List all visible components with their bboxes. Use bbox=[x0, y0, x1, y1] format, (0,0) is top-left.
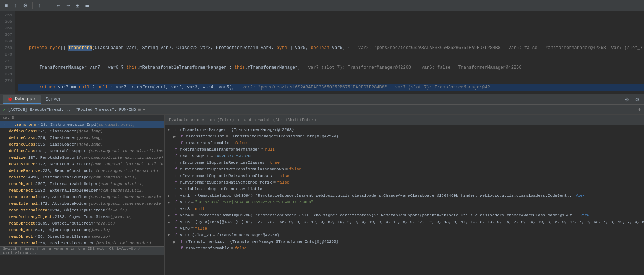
stack-frame-13[interactable]: readExternalData :2234, ObjectInputStrea… bbox=[0, 207, 164, 214]
var-mTransformerManager[interactable]: ▼ f mTransformerManager = {TransformerMa… bbox=[165, 127, 644, 133]
line-num-270: 270 bbox=[0, 51, 12, 58]
var-mEnvNativePrefix[interactable]: f mEnvironmentSupportsNativeMethodPrefix… bbox=[165, 179, 644, 186]
move-left-button[interactable]: ← bbox=[55, 1, 63, 10]
frame-package-0: (sun.instrument) bbox=[96, 123, 135, 127]
stack-frame-3[interactable]: defineClass :635, ClassLoader (java.lang… bbox=[0, 141, 164, 148]
tab-debugger[interactable]: 🐞 Debugger bbox=[3, 95, 41, 104]
frame-method-15: readObject0 bbox=[9, 221, 35, 226]
frame-method-3: defineClass bbox=[9, 142, 35, 147]
expand-icon-11[interactable]: ▶ bbox=[168, 200, 172, 205]
frame-method-7: defineResolve bbox=[9, 169, 40, 173]
stack-frame-2[interactable]: defineClass :756, ClassLoader (java.lang… bbox=[0, 135, 164, 141]
var-val-17: {TransformerManager$TransformerInfo[0]@4… bbox=[230, 240, 338, 244]
move-down-button[interactable]: ↓ bbox=[45, 1, 53, 10]
frame-method-6: newInstance bbox=[9, 162, 35, 166]
eval-placeholder: Evaluate expression (Enter) or add a wat… bbox=[169, 118, 317, 122]
tab-server[interactable]: Server bbox=[41, 95, 66, 104]
var-var7-mIsRetransformable[interactable]: f mIsRetransformable = false bbox=[165, 245, 644, 252]
var-mNativeAgent[interactable]: f mNativeAgent = 140203771592320 bbox=[165, 153, 644, 159]
stack-frame-14[interactable]: readOrdinaryObject :2183, ObjectInputStr… bbox=[0, 214, 164, 220]
expand-icon-1[interactable]: ▶ bbox=[173, 134, 178, 139]
code-line-266: TransformerManager var7 = var6 ? this.mR… bbox=[18, 64, 644, 71]
stack-frame-18[interactable]: readExternal :56, BasicServiceContext (w… bbox=[0, 240, 164, 246]
field-icon-8: f bbox=[173, 181, 179, 185]
field-icon-0: f bbox=[173, 128, 179, 132]
move-up-button[interactable]: ↑ bbox=[35, 1, 44, 10]
stack-frame-15[interactable]: readObject0 :1665, ObjectInputStream (ja… bbox=[0, 220, 164, 227]
var-mIsRetransformable[interactable]: f mIsRetransformable = false bbox=[165, 140, 644, 146]
thread-dropdown-icon[interactable]: ▼ bbox=[143, 108, 145, 112]
var-name-5: mEnvironmentSupportsRedefineClasses bbox=[180, 161, 265, 165]
stack-frame-17[interactable]: readObject :459, ObjectInputStream (java… bbox=[0, 233, 164, 240]
line-num-271: 271 bbox=[0, 58, 12, 64]
thread-bar: ✓ [ACTIVE] ExecuteThread: ... "Pooled Th… bbox=[0, 105, 644, 115]
var-var2[interactable]: ▶ f var2 = "pers/neo/test6$2ABAFAE336502… bbox=[165, 199, 644, 206]
up-button[interactable]: ↑ bbox=[12, 1, 20, 10]
settings-button[interactable]: ⚙ bbox=[21, 1, 29, 10]
expand-icon-10[interactable]: ▶ bbox=[168, 193, 172, 198]
var-val-2: false bbox=[235, 141, 247, 145]
var-name-4: mNativeAgent bbox=[180, 154, 209, 158]
stack-frame-1[interactable]: defineClass1 :-1, ClassLoader (java.lang… bbox=[0, 128, 164, 135]
line-num-267: 267 bbox=[0, 31, 12, 38]
stack-frame-5[interactable]: realize :137, RemotableSupport (com.tang… bbox=[0, 154, 164, 161]
frame-package-11: (com.tangosol.coherence.servle... bbox=[89, 195, 165, 199]
stack-frame-4[interactable]: defineClass :181, RemotableSupport (com.… bbox=[0, 148, 164, 154]
var-mTransformerList[interactable]: ▶ f mTransformerList = {TransformerManag… bbox=[165, 133, 644, 140]
bottom-panel: 🐞 Debugger Server ⚙ ⚙ ✓ [ACTIVE] Execute… bbox=[0, 94, 644, 275]
expand-icon-17[interactable]: ▶ bbox=[173, 240, 178, 244]
stack-frame-11[interactable]: readExternal :407, AttributeHolder (com.… bbox=[0, 194, 164, 200]
move-right-button[interactable]: → bbox=[64, 1, 72, 10]
frame-method-8: realize bbox=[9, 175, 26, 180]
var-var7-mTransformerList[interactable]: ▶ f mTransformerList = {TransformerManag… bbox=[165, 238, 644, 245]
var-val-16: {TransformerManager@42268} bbox=[217, 233, 280, 237]
status-bar: Switch frames from anywhere in the IDE w… bbox=[0, 246, 164, 255]
view-link-13[interactable]: View bbox=[581, 214, 589, 218]
thread-filter-icon[interactable]: ⊞ bbox=[138, 107, 141, 112]
var-var4[interactable]: ▶ f var4 = {ProtectionDomain@33700} "Pro… bbox=[165, 212, 644, 219]
var-var6[interactable]: f var6 = false bbox=[165, 225, 644, 232]
frame-method-13: readExternalData bbox=[9, 208, 48, 212]
stack-frame-7[interactable]: defineResolve :233, RemoteConstructor (c… bbox=[0, 167, 164, 174]
var-mEnvRetransform[interactable]: f mEnvironmentSupportsRetransformClasses… bbox=[165, 173, 644, 179]
expand-icon-16[interactable]: ▼ bbox=[168, 233, 172, 237]
tab-settings-gear[interactable]: ⚙ bbox=[623, 95, 631, 103]
expand-icon-0[interactable]: ▼ bbox=[168, 128, 172, 132]
frame-package-16: (java.io) bbox=[89, 228, 110, 232]
frame-class-7: :233, RemoteConstructor bbox=[40, 169, 96, 173]
var-mEnvRedefine[interactable]: f mEnvironmentSupportsRedefineClasses = … bbox=[165, 159, 644, 166]
stack-frame-6[interactable]: newInstance :122, RemoteConstructor (com… bbox=[0, 161, 164, 167]
var-mRetransfomable[interactable]: f mRetransfomableTransformerManager = nu… bbox=[165, 146, 644, 153]
format-button[interactable]: ≡ bbox=[2, 1, 10, 10]
var-name-2: mIsRetransformable bbox=[186, 141, 229, 145]
expand-icon-13[interactable]: ▶ bbox=[168, 213, 172, 218]
vars-panel-container: Evaluate expression (Enter) or add a wat… bbox=[165, 115, 644, 275]
stack-frame-12[interactable]: readExternal :372, AttributeHolder (com.… bbox=[0, 200, 164, 207]
var-name-12: var3 bbox=[180, 207, 190, 211]
var-val-14: {byte[1545]@43331} [-54, -2, -70, -66, 0… bbox=[195, 220, 644, 224]
expand-icon-14[interactable]: ▶ bbox=[168, 220, 172, 225]
var-var1[interactable]: ▶ f var1 = {RemotableSupport@33694} "Rem… bbox=[165, 192, 644, 199]
stack-frame-current[interactable]: → transform :428, InstrumentationImpl (s… bbox=[0, 121, 164, 128]
tab-settings-icon[interactable]: ⚙ bbox=[633, 95, 641, 103]
field-icon-11: f bbox=[173, 200, 179, 204]
stack-frame-10[interactable]: readObject :2583, ExternalizableHelper (… bbox=[0, 187, 164, 194]
var-var5[interactable]: ▶ f var5 = {byte[1545]@43331} [-54, -2, … bbox=[165, 219, 644, 225]
stack-frame-16[interactable]: readObject :501, ObjectInputStream (java… bbox=[0, 227, 164, 233]
frame-class-5: :137, RemotableSupport bbox=[26, 155, 79, 160]
view-link-10[interactable]: View bbox=[576, 194, 584, 198]
split-button[interactable]: ⊞ bbox=[74, 1, 82, 10]
frame-method-0: transform bbox=[14, 123, 36, 127]
eval-bar: Evaluate expression (Enter) or add a wat… bbox=[165, 115, 644, 125]
var-var3[interactable]: f var3 = null bbox=[165, 206, 644, 212]
frame-class-12: :372, AttributeHolder bbox=[38, 201, 89, 206]
var-mEnvRetransformKnown[interactable]: f mEnvironmentSupportsRetransformClasses… bbox=[165, 166, 644, 173]
frame-method-17: readObject bbox=[9, 234, 33, 239]
var-var7[interactable]: ▼ f var7 (slot_7) = {TransformerManager@… bbox=[165, 232, 644, 238]
stack-frame-9[interactable]: readObject :2607, ExternalizableHelper (… bbox=[0, 181, 164, 187]
line-numbers: 264 265 266 267 268 269 270 271 272 273 … bbox=[0, 11, 15, 94]
list-button[interactable]: ≣ bbox=[83, 1, 91, 10]
thread-add-button[interactable]: + bbox=[637, 106, 641, 113]
var-val-12: null bbox=[195, 207, 205, 211]
stack-frame-8[interactable]: realize :4938, ExternalizableHelper (com… bbox=[0, 174, 164, 181]
